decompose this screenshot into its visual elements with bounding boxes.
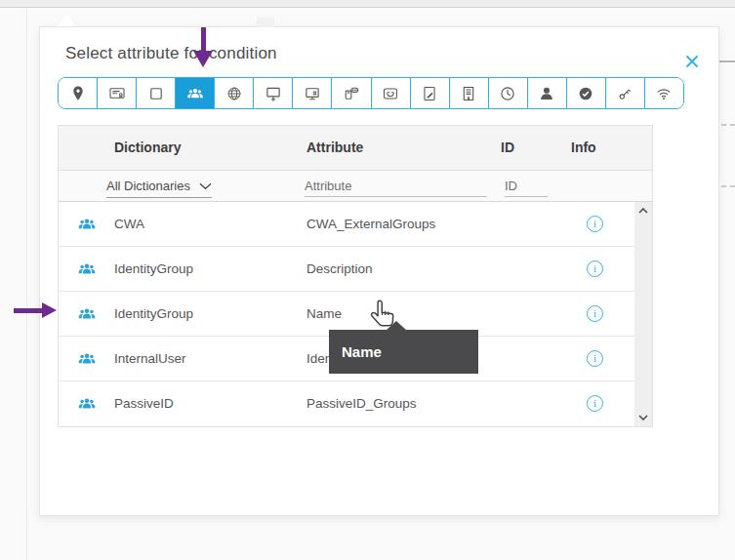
column-header-attribute: Attribute: [306, 126, 363, 170]
dictionary-cell: CWA: [114, 202, 144, 247]
browser-mask-icon[interactable]: [371, 78, 410, 108]
background-notch: [257, 18, 274, 27]
time-icon[interactable]: [488, 78, 527, 108]
scroll-up-icon[interactable]: [638, 208, 648, 214]
info-icon[interactable]: i: [587, 305, 603, 322]
identity-group-icon: [78, 262, 96, 280]
certificate-icon[interactable]: [97, 78, 136, 108]
table-body: CWA CWA_ExternalGroups i IdentityGroup D…: [59, 202, 652, 426]
identity-group-icon: [78, 218, 96, 235]
annotation-arrow-right-head: [42, 302, 57, 318]
location-icon[interactable]: [59, 78, 97, 108]
background-dashed-border: [721, 124, 735, 126]
annotation-arrow-right: [14, 308, 42, 313]
dictionary-cell: IdentityGroup: [114, 292, 193, 337]
tooltip-text: Name: [342, 343, 382, 360]
select-attribute-dialog: Select attribute for condition Dictionar…: [39, 26, 719, 516]
column-header-id: ID: [501, 126, 514, 170]
table-filter-row: All Dictionaries: [59, 171, 652, 202]
identity-group-icon: [78, 352, 96, 370]
background-divider-line: [26, 9, 27, 560]
attribute-cell: CWA_ExternalGroups: [306, 202, 435, 247]
attribute-filter-input[interactable]: [305, 176, 487, 197]
background-dashed-border: [721, 185, 735, 187]
column-header-dictionary: Dictionary: [114, 126, 181, 170]
background-top-bar: [0, 0, 735, 8]
dictionary-filter-value: All Dictionaries: [106, 179, 190, 193]
wifi-icon[interactable]: [644, 78, 683, 108]
background-right-line: [719, 60, 735, 62]
info-icon[interactable]: i: [587, 216, 603, 232]
annotation-arrow-down: [201, 27, 206, 52]
key-icon[interactable]: [605, 78, 644, 108]
dialog-caret: [57, 15, 76, 26]
file-signed-icon[interactable]: [410, 78, 449, 108]
checkbox-icon[interactable]: [136, 78, 175, 108]
dictionary-cell: InternalUser: [114, 337, 186, 381]
server-document-icon[interactable]: [449, 78, 488, 108]
attribute-category-toolbar: [58, 77, 684, 109]
tooltip: Name: [329, 330, 478, 374]
chevron-down-icon: [199, 182, 212, 190]
network-device-icon[interactable]: [253, 78, 292, 108]
scrollbar[interactable]: [634, 202, 652, 426]
user-icon[interactable]: [527, 78, 566, 108]
info-icon[interactable]: i: [587, 260, 603, 277]
table-row-identitygroup-description[interactable]: IdentityGroup Description i: [59, 247, 652, 292]
scroll-down-icon[interactable]: [638, 415, 648, 420]
identity-group-icon: [78, 397, 96, 415]
dictionary-cell: PassiveID: [114, 381, 174, 426]
attribute-cell: PassiveID_Groups: [306, 381, 417, 426]
cursor-pointer-icon: [370, 299, 396, 333]
table-header-row: Dictionary Attribute ID Info: [59, 126, 652, 171]
attribute-cell: Description: [306, 247, 373, 292]
attribute-table: Dictionary Attribute ID Info All Diction…: [58, 125, 653, 427]
identity-group-icon[interactable]: [175, 78, 214, 108]
info-icon[interactable]: i: [587, 350, 603, 367]
web-icon[interactable]: [214, 78, 253, 108]
dictionary-cell: IdentityGroup: [114, 247, 193, 292]
table-row-passiveid-groups[interactable]: PassiveID PassiveID_Groups i: [59, 381, 652, 426]
id-filter-input[interactable]: [505, 176, 548, 197]
table-row-cwa-externalgroups[interactable]: CWA CWA_ExternalGroups i: [59, 202, 652, 247]
annotation-arrow-down-head: [193, 51, 213, 67]
dialog-title: Select attribute for condition: [65, 44, 277, 63]
identity-group-icon: [78, 307, 96, 325]
close-icon[interactable]: [684, 54, 700, 69]
status-check-icon[interactable]: [566, 78, 605, 108]
device-reader-icon[interactable]: [331, 78, 370, 108]
workstation-icon[interactable]: [292, 78, 331, 108]
dictionary-filter-select[interactable]: All Dictionaries: [106, 175, 212, 198]
column-header-info: Info: [571, 126, 596, 170]
info-icon[interactable]: i: [587, 395, 603, 412]
